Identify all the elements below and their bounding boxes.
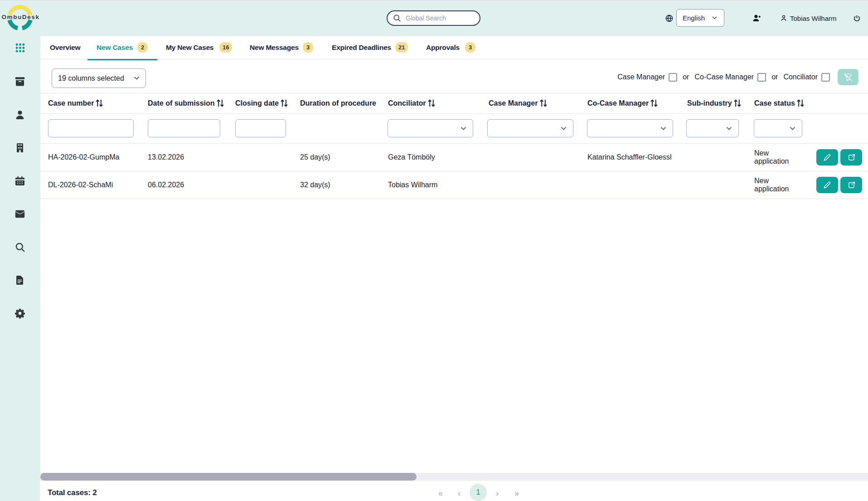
svg-text:OmbuDesk: OmbuDesk	[1, 14, 39, 20]
